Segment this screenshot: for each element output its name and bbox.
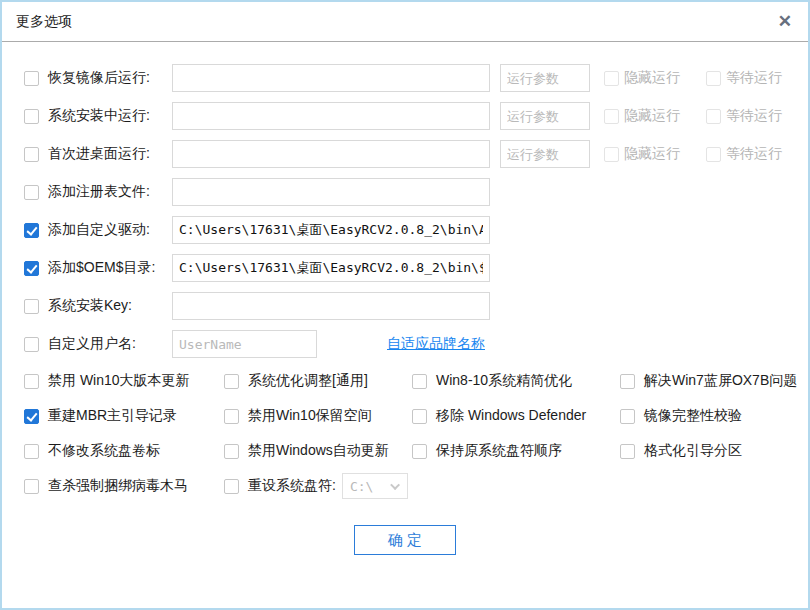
option-image-integrity-check: 镜像完整性校验 (620, 405, 808, 427)
option-disable-windows-auto-update: 禁用Windows自动更新 (224, 440, 412, 462)
checkbox-system-install-key[interactable] (24, 299, 39, 314)
label-wait-run-2: 等待运行 (726, 107, 782, 125)
input-run-first-desktop[interactable] (172, 140, 490, 168)
checkbox-keep-volume-label[interactable] (24, 444, 39, 459)
hidden-run-option-3: 隐藏运行 (604, 145, 680, 163)
label-hidden-run-1: 隐藏运行 (624, 69, 680, 87)
option-disable-win10-major-update: 禁用 Win10大版本更新 (24, 370, 224, 392)
checkbox-system-optimize-general[interactable] (224, 374, 239, 389)
checkbox-add-custom-driver[interactable] (24, 223, 39, 238)
options-grid: 禁用 Win10大版本更新 系统优化调整[通用] Win8-10系统精简优化 解… (24, 370, 808, 497)
dialog-content: 恢复镜像后运行: 隐藏运行 等待运行 系统安装中运行: 隐藏运行 (2, 42, 808, 555)
hidden-run-option-2: 隐藏运行 (604, 107, 680, 125)
option-label: 保持原系统盘符顺序 (436, 442, 562, 460)
option-label: 移除 Windows Defender (436, 407, 586, 425)
option-keep-volume-label: 不修改系统盘卷标 (24, 440, 224, 462)
input-add-custom-driver[interactable] (172, 216, 490, 244)
wait-run-option-3: 等待运行 (706, 145, 782, 163)
option-label: 重建MBR主引导记录 (48, 407, 177, 425)
checkbox-keep-drive-letter-order[interactable] (412, 444, 427, 459)
option-label: 查杀强制捆绑病毒木马 (48, 477, 188, 495)
checkbox-run-during-install[interactable] (24, 109, 39, 124)
ok-button[interactable]: 确 定 (354, 525, 456, 555)
checkbox-kill-bundled-malware[interactable] (24, 479, 39, 494)
input-system-install-key[interactable] (172, 292, 490, 320)
input-run-during-install[interactable] (172, 102, 490, 130)
dialog-title: 更多选项 (16, 13, 72, 31)
input-custom-username[interactable] (172, 330, 317, 358)
adaptive-brand-name-link[interactable]: 自适应品牌名称 (387, 335, 485, 353)
option-label: Win8-10系统精简优化 (436, 372, 572, 390)
wait-run-option-2: 等待运行 (706, 107, 782, 125)
label-system-install-key: 系统安装Key: (48, 297, 172, 315)
checkbox-wait-run-3[interactable] (706, 147, 721, 162)
option-disable-win10-reserved-space: 禁用Win10保留空间 (224, 405, 412, 427)
title-bar: 更多选项 ✕ (2, 2, 808, 42)
option-fix-win7-bluescreen: 解决Win7蓝屏OX7B问题 (620, 370, 808, 392)
option-label: 系统优化调整[通用] (248, 372, 368, 390)
checkbox-format-boot-partition[interactable] (620, 444, 635, 459)
checkbox-wait-run-2[interactable] (706, 109, 721, 124)
checkbox-win8-10-slim-optimize[interactable] (412, 374, 427, 389)
checkbox-custom-username[interactable] (24, 337, 39, 352)
input-run-params-1[interactable] (500, 64, 590, 92)
checkbox-rebuild-mbr[interactable] (24, 409, 39, 424)
input-run-params-3[interactable] (500, 140, 590, 168)
checkbox-add-registry-file[interactable] (24, 185, 39, 200)
close-icon[interactable]: ✕ (778, 13, 792, 30)
drive-letter-value: C:\ (350, 479, 373, 494)
checkbox-wait-run-1[interactable] (706, 71, 721, 86)
option-keep-drive-letter-order: 保持原系统盘符顺序 (412, 440, 620, 462)
label-add-custom-driver: 添加自定义驱动: (48, 221, 172, 239)
wait-run-option-1: 等待运行 (706, 69, 782, 87)
row-system-install-key: 系统安装Key: (24, 292, 808, 320)
label-wait-run-1: 等待运行 (726, 69, 782, 87)
checkbox-disable-windows-auto-update[interactable] (224, 444, 239, 459)
label-add-registry-file: 添加注册表文件: (48, 183, 172, 201)
option-label: 不修改系统盘卷标 (48, 442, 160, 460)
input-run-params-2[interactable] (500, 102, 590, 130)
input-add-registry-file[interactable] (172, 178, 490, 206)
chevron-down-icon (390, 480, 400, 490)
row-run-first-desktop: 首次进桌面运行: 隐藏运行 等待运行 (24, 140, 808, 168)
row-custom-username: 自定义用户名: 自适应品牌名称 (24, 330, 808, 358)
label-add-oem-folder: 添加$OEM$目录: (48, 259, 172, 277)
option-label: 禁用Windows自动更新 (248, 442, 389, 460)
checkbox-hidden-run-3[interactable] (604, 147, 619, 162)
label-reset-drive-letter: 重设系统盘符: (248, 477, 336, 495)
label-run-during-install: 系统安装中运行: (48, 107, 172, 125)
label-hidden-run-3: 隐藏运行 (624, 145, 680, 163)
checkbox-disable-win10-reserved-space[interactable] (224, 409, 239, 424)
input-run-after-restore[interactable] (172, 64, 490, 92)
drive-letter-select[interactable]: C:\ (342, 473, 408, 499)
option-win8-10-slim-optimize: Win8-10系统精简优化 (412, 370, 620, 392)
row-run-during-install: 系统安装中运行: 隐藏运行 等待运行 (24, 102, 808, 130)
option-rebuild-mbr: 重建MBR主引导记录 (24, 405, 224, 427)
checkbox-image-integrity-check[interactable] (620, 409, 635, 424)
option-label: 镜像完整性校验 (644, 407, 742, 425)
option-label: 解决Win7蓝屏OX7B问题 (644, 372, 797, 390)
checkbox-hidden-run-1[interactable] (604, 71, 619, 86)
label-run-after-restore: 恢复镜像后运行: (48, 69, 172, 87)
row-add-oem-folder: 添加$OEM$目录: (24, 254, 808, 282)
option-label: 格式化引导分区 (644, 442, 742, 460)
checkbox-disable-win10-major-update[interactable] (24, 374, 39, 389)
checkbox-run-after-restore[interactable] (24, 71, 39, 86)
input-add-oem-folder[interactable] (172, 254, 490, 282)
option-format-boot-partition: 格式化引导分区 (620, 440, 808, 462)
option-system-optimize-general: 系统优化调整[通用] (224, 370, 412, 392)
button-row: 确 定 (2, 525, 808, 555)
option-reset-drive-letter: 重设系统盘符: C:\ (224, 475, 620, 497)
checkbox-run-first-desktop[interactable] (24, 147, 39, 162)
checkbox-add-oem-folder[interactable] (24, 261, 39, 276)
checkbox-hidden-run-2[interactable] (604, 109, 619, 124)
label-run-first-desktop: 首次进桌面运行: (48, 145, 172, 163)
hidden-run-option-1: 隐藏运行 (604, 69, 680, 87)
checkbox-remove-windows-defender[interactable] (412, 409, 427, 424)
row-run-after-restore: 恢复镜像后运行: 隐藏运行 等待运行 (24, 64, 808, 92)
checkbox-fix-win7-bluescreen[interactable] (620, 374, 635, 389)
checkbox-reset-drive-letter[interactable] (224, 479, 239, 494)
more-options-dialog: 更多选项 ✕ 恢复镜像后运行: 隐藏运行 等待运行 系统安装中运行: (0, 0, 810, 610)
option-label: 禁用 Win10大版本更新 (48, 372, 190, 390)
option-remove-windows-defender: 移除 Windows Defender (412, 405, 620, 427)
